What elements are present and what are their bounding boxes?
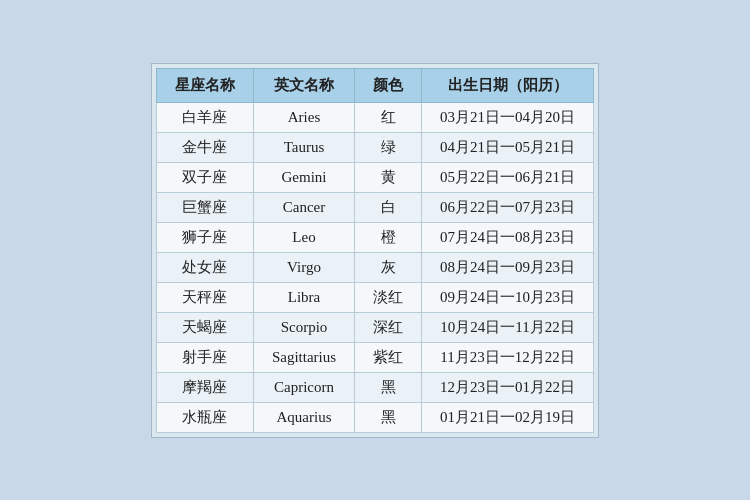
- table-header-row: 星座名称 英文名称 颜色 出生日期（阳历）: [156, 68, 593, 102]
- table-row: 射手座Sagittarius紫红11月23日一12月22日: [156, 342, 593, 372]
- table-row: 金牛座Taurus绿04月21日一05月21日: [156, 132, 593, 162]
- col-header-english: 英文名称: [253, 68, 354, 102]
- cell-color: 深红: [355, 312, 422, 342]
- col-header-chinese: 星座名称: [156, 68, 253, 102]
- table-row: 巨蟹座Cancer白06月22日一07月23日: [156, 192, 593, 222]
- table-row: 天蝎座Scorpio深红10月24日一11月22日: [156, 312, 593, 342]
- cell-english: Cancer: [253, 192, 354, 222]
- cell-date: 03月21日一04月20日: [422, 102, 594, 132]
- cell-english: Virgo: [253, 252, 354, 282]
- cell-color: 黑: [355, 372, 422, 402]
- table-row: 水瓶座Aquarius黑01月21日一02月19日: [156, 402, 593, 432]
- cell-color: 黄: [355, 162, 422, 192]
- cell-chinese: 双子座: [156, 162, 253, 192]
- cell-english: Sagittarius: [253, 342, 354, 372]
- cell-english: Scorpio: [253, 312, 354, 342]
- cell-english: Leo: [253, 222, 354, 252]
- cell-date: 05月22日一06月21日: [422, 162, 594, 192]
- cell-color: 淡红: [355, 282, 422, 312]
- table-row: 双子座Gemini黄05月22日一06月21日: [156, 162, 593, 192]
- cell-date: 06月22日一07月23日: [422, 192, 594, 222]
- cell-english: Taurus: [253, 132, 354, 162]
- zodiac-table: 星座名称 英文名称 颜色 出生日期（阳历） 白羊座Aries红03月21日一04…: [156, 68, 594, 433]
- cell-date: 11月23日一12月22日: [422, 342, 594, 372]
- cell-color: 绿: [355, 132, 422, 162]
- cell-date: 09月24日一10月23日: [422, 282, 594, 312]
- cell-chinese: 狮子座: [156, 222, 253, 252]
- table-row: 狮子座Leo橙07月24日一08月23日: [156, 222, 593, 252]
- cell-chinese: 金牛座: [156, 132, 253, 162]
- cell-english: Libra: [253, 282, 354, 312]
- table-row: 处女座Virgo灰08月24日一09月23日: [156, 252, 593, 282]
- cell-date: 10月24日一11月22日: [422, 312, 594, 342]
- cell-date: 12月23日一01月22日: [422, 372, 594, 402]
- cell-chinese: 天蝎座: [156, 312, 253, 342]
- cell-color: 紫红: [355, 342, 422, 372]
- table-row: 白羊座Aries红03月21日一04月20日: [156, 102, 593, 132]
- cell-english: Capricorn: [253, 372, 354, 402]
- col-header-color: 颜色: [355, 68, 422, 102]
- cell-english: Aquarius: [253, 402, 354, 432]
- cell-chinese: 射手座: [156, 342, 253, 372]
- cell-color: 红: [355, 102, 422, 132]
- cell-date: 08月24日一09月23日: [422, 252, 594, 282]
- zodiac-table-container: 星座名称 英文名称 颜色 出生日期（阳历） 白羊座Aries红03月21日一04…: [151, 63, 599, 438]
- cell-color: 黑: [355, 402, 422, 432]
- cell-color: 橙: [355, 222, 422, 252]
- cell-date: 04月21日一05月21日: [422, 132, 594, 162]
- cell-date: 07月24日一08月23日: [422, 222, 594, 252]
- cell-date: 01月21日一02月19日: [422, 402, 594, 432]
- cell-chinese: 摩羯座: [156, 372, 253, 402]
- cell-chinese: 巨蟹座: [156, 192, 253, 222]
- col-header-date: 出生日期（阳历）: [422, 68, 594, 102]
- cell-english: Gemini: [253, 162, 354, 192]
- cell-chinese: 天秤座: [156, 282, 253, 312]
- cell-chinese: 处女座: [156, 252, 253, 282]
- cell-english: Aries: [253, 102, 354, 132]
- cell-color: 白: [355, 192, 422, 222]
- table-row: 摩羯座Capricorn黑12月23日一01月22日: [156, 372, 593, 402]
- table-row: 天秤座Libra淡红09月24日一10月23日: [156, 282, 593, 312]
- cell-chinese: 白羊座: [156, 102, 253, 132]
- cell-color: 灰: [355, 252, 422, 282]
- cell-chinese: 水瓶座: [156, 402, 253, 432]
